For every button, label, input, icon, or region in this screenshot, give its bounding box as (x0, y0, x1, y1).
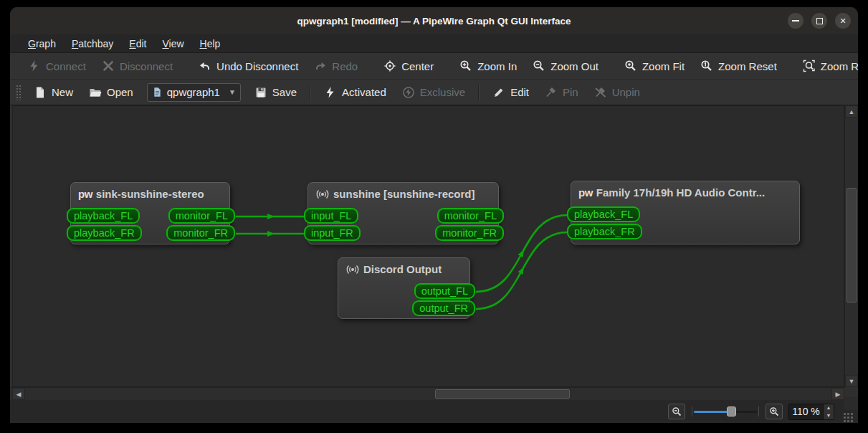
vertical-scroll-thumb[interactable] (846, 188, 857, 303)
node-sunshine[interactable]: sunshine [sunshine-record]input_FLinput_… (307, 182, 499, 244)
disconnect-icon (102, 60, 115, 72)
close-button[interactable]: ✕ (835, 13, 851, 29)
disconnect-button[interactable]: Disconnect (94, 55, 181, 77)
statusbar-zoom-out-button[interactable] (668, 404, 685, 419)
zoom-percent-value: 110 % (789, 404, 823, 419)
open-button[interactable]: Open (81, 82, 141, 103)
status-bar: 110 % ▲ ▼ (10, 400, 858, 423)
zoom-slider-handle[interactable] (727, 406, 736, 417)
resize-grip[interactable] (843, 412, 854, 423)
connect-icon (28, 60, 41, 72)
port-playback_FL[interactable]: playback_FL (567, 206, 640, 222)
exclusive-icon (402, 86, 415, 99)
zoom-range-button[interactable]: Zoom Range (795, 55, 858, 77)
unpin-button[interactable]: Unpin (586, 82, 648, 103)
patchbay-file-icon (152, 87, 163, 97)
connection-lines (13, 106, 844, 387)
pipewire-icon: pw (78, 188, 92, 200)
menu-bar: Graph Patchbay Edit View Help (10, 34, 858, 53)
minimize-button[interactable] (788, 13, 803, 29)
port-input_FR[interactable]: input_FR (304, 225, 361, 241)
new-file-icon (34, 86, 47, 99)
scroll-right-button[interactable]: ▶ (831, 388, 844, 400)
redo-icon (314, 60, 327, 72)
center-icon (383, 60, 396, 72)
menu-patchbay[interactable]: Patchbay (64, 34, 121, 52)
zoom-fit-button[interactable]: Zoom Fit (616, 55, 692, 77)
node-title: sink-sunshine-stereo (96, 188, 204, 200)
zoom-reset-icon (700, 60, 713, 72)
port-monitor_FR[interactable]: monitor_FR (166, 225, 235, 241)
edit-pencil-icon (492, 86, 505, 99)
node-title: Discord Output (363, 263, 442, 275)
patchbay-select[interactable]: qpwgraph1 ▼ (147, 83, 241, 102)
pin-button[interactable]: Pin (537, 82, 586, 103)
port-input_FL[interactable]: input_FL (304, 208, 358, 224)
zoom-out-icon (672, 406, 682, 417)
port-playback_FR[interactable]: playback_FR (567, 224, 642, 239)
scroll-down-button[interactable]: ▼ (845, 375, 858, 387)
undo-button[interactable]: Undo Disconnect (191, 55, 306, 77)
menu-edit[interactable]: Edit (121, 34, 154, 52)
broadcast-icon (315, 189, 330, 200)
undo-icon (199, 60, 211, 72)
edit-button[interactable]: Edit (485, 82, 537, 103)
app-window: qpwgraph1 [modified] — A PipeWire Graph … (10, 7, 858, 423)
exclusive-button[interactable]: Exclusive (394, 82, 473, 103)
new-button[interactable]: New (26, 82, 81, 103)
port-playback_FR[interactable]: playback_FR (67, 225, 142, 241)
open-folder-icon (89, 86, 102, 99)
center-button[interactable]: Center (376, 55, 442, 77)
zoom-out-button[interactable]: Zoom Out (525, 55, 606, 77)
zoom-fit-icon (624, 60, 637, 72)
title-bar[interactable]: qpwgraph1 [modified] — A PipeWire Graph … (10, 7, 858, 34)
scroll-up-button[interactable]: ▲ (845, 105, 858, 118)
window-title: qpwgraph1 [modified] — A PipeWire Graph … (297, 16, 571, 27)
node-title: sunshine [sunshine-record] (333, 188, 475, 200)
redo-button[interactable]: Redo (306, 55, 366, 77)
spin-down-button[interactable]: ▼ (824, 411, 834, 419)
scroll-left-button[interactable]: ◀ (12, 388, 25, 400)
toolbar-drag-handle[interactable] (16, 85, 22, 100)
spin-up-button[interactable]: ▲ (824, 404, 834, 412)
save-button[interactable]: Save (247, 82, 305, 103)
activated-button[interactable]: Activated (316, 82, 394, 103)
statusbar-zoom-in-button[interactable] (766, 404, 783, 419)
zoom-in-icon (459, 60, 472, 72)
port-output_FR[interactable]: output_FR (412, 300, 475, 316)
zoom-reset-button[interactable]: Zoom Reset (692, 55, 785, 77)
connect-button[interactable]: Connect (20, 55, 94, 77)
activated-icon (324, 86, 337, 99)
port-playback_FL[interactable]: playback_FL (67, 208, 140, 224)
zoom-out-icon (533, 60, 545, 72)
node-sink[interactable]: pwsink-sunshine-stereoplayback_FLplaybac… (70, 182, 230, 244)
zoom-range-icon (803, 60, 816, 72)
patchbay-toolbar: New Open qpwgraph1 ▼ Save (10, 80, 858, 105)
menu-help[interactable]: Help (192, 34, 229, 52)
horizontal-scroll-thumb[interactable] (435, 389, 570, 399)
maximize-button[interactable] (811, 13, 827, 29)
menu-view[interactable]: View (154, 34, 191, 52)
port-monitor_FR[interactable]: monitor_FR (435, 225, 504, 241)
port-monitor_FL[interactable]: monitor_FL (168, 208, 235, 224)
zoom-slider[interactable] (691, 404, 760, 419)
node-title: Family 17h/19h HD Audio Contr... (596, 186, 765, 199)
node-discord[interactable]: Discord Outputoutput_FLoutput_FR (338, 257, 470, 319)
zoom-in-button[interactable]: Zoom In (452, 55, 525, 77)
port-output_FL[interactable]: output_FL (414, 283, 475, 299)
zoom-in-icon (769, 406, 780, 417)
port-monitor_FL[interactable]: monitor_FL (437, 208, 504, 224)
node-family[interactable]: pwFamily 17h/19h HD Audio Contr...playba… (571, 181, 800, 244)
broadcast-icon (345, 264, 360, 275)
zoom-percent-spinbox[interactable]: 110 % ▲ ▼ (788, 404, 834, 420)
menu-graph[interactable]: Graph (20, 34, 64, 52)
graph-canvas[interactable]: pwsink-sunshine-stereoplayback_FLplaybac… (12, 105, 844, 387)
vertical-scrollbar[interactable]: ▲ ▼ (844, 105, 858, 387)
chevron-down-icon: ▼ (229, 88, 236, 96)
horizontal-scrollbar[interactable]: ◀ ▶ (10, 387, 844, 400)
unpin-icon (594, 86, 607, 99)
pin-icon (545, 86, 558, 99)
save-icon (254, 86, 267, 99)
graph-toolbar: Connect Disconnect Undo Disconnect Redo (10, 53, 858, 80)
pipewire-icon: pw (578, 186, 593, 199)
